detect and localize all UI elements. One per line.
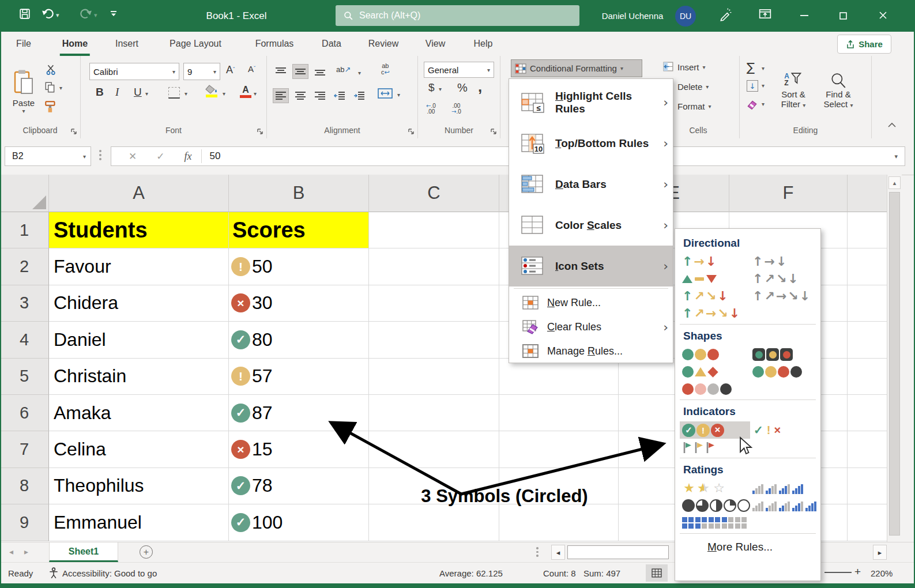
hscroll-left-icon[interactable]: ◂ — [551, 545, 565, 560]
cell-C5[interactable] — [369, 359, 499, 395]
borders-dropdown-icon[interactable]: ▾ — [184, 91, 187, 97]
row-header-3[interactable]: 3 — [0, 285, 49, 322]
autosum-dropdown-icon[interactable]: ▾ — [762, 65, 765, 71]
normal-view-button[interactable] — [646, 564, 668, 582]
merge-center-icon[interactable] — [378, 88, 393, 99]
close-button[interactable] — [879, 11, 887, 20]
fill-down-icon[interactable]: ↓ — [747, 80, 758, 92]
menu-item-color-scales[interactable]: Color Scales› — [509, 205, 673, 246]
font-dialog-launcher-icon[interactable] — [257, 128, 263, 135]
cell-G5[interactable] — [848, 359, 888, 395]
iconset-group-left[interactable] — [680, 439, 750, 456]
tab-insert[interactable]: Insert — [115, 32, 138, 56]
horizontal-scroll-thumb[interactable] — [567, 545, 669, 559]
font-size-select[interactable]: 9▾ — [183, 63, 220, 80]
iconset-group-left[interactable]: ↑↗→↘↓ — [680, 305, 750, 322]
accounting-format-icon[interactable]: $ — [428, 81, 435, 94]
save-icon[interactable] — [19, 8, 31, 20]
expand-formula-bar-icon[interactable]: ▾ — [894, 153, 898, 160]
iconset-group-left[interactable] — [680, 380, 750, 398]
fill-color-dropdown-icon[interactable]: ▾ — [223, 91, 225, 97]
decrease-decimal-icon[interactable]: .00→.0 — [451, 103, 461, 115]
iconset-group-left[interactable] — [680, 363, 750, 380]
comma-style-icon[interactable]: , — [478, 78, 482, 96]
align-right-button[interactable] — [312, 88, 328, 103]
autosum-icon[interactable]: ∑ — [747, 61, 755, 74]
underline-button[interactable]: U — [134, 86, 142, 99]
merge-center-dropdown-icon[interactable]: ▾ — [397, 92, 400, 98]
number-dialog-launcher-icon[interactable] — [490, 128, 497, 135]
iconset-group-right[interactable] — [750, 500, 818, 511]
accessibility-icon[interactable] — [48, 567, 59, 579]
cell-G6[interactable] — [848, 395, 888, 431]
column-header-partial[interactable] — [848, 175, 888, 212]
orientation-dropdown-icon[interactable]: ▾ — [358, 70, 361, 76]
tab-data[interactable]: Data — [322, 32, 341, 56]
font-color-dropdown-icon[interactable]: ▾ — [254, 91, 257, 97]
maximize-button[interactable] — [839, 12, 847, 20]
next-sheet-icon[interactable]: ▸ — [24, 547, 28, 556]
name-box[interactable]: B2 ▾ — [5, 146, 91, 166]
iconset-group-right[interactable] — [750, 483, 804, 494]
iconset-group-right[interactable]: ✓!× — [750, 424, 782, 436]
cell-B9[interactable]: ✓100 — [229, 504, 369, 541]
cell-G8[interactable] — [848, 468, 888, 504]
wrap-text-icon[interactable]: abc↩ — [381, 63, 390, 76]
cell-C9[interactable] — [369, 504, 499, 541]
tab-home[interactable]: Home — [62, 32, 88, 56]
cell-D9[interactable] — [499, 504, 619, 541]
tab-formulas[interactable]: Formulas — [255, 32, 294, 56]
italic-button[interactable]: I — [115, 86, 119, 99]
vertical-scrollbar[interactable]: ▴ ▾ — [887, 175, 902, 562]
cell-G2[interactable] — [848, 248, 888, 285]
decrease-font-size-icon[interactable]: Aˇ — [248, 64, 255, 74]
iconset-group-left[interactable]: ↑↗↘↓ — [680, 288, 750, 305]
cut-icon[interactable] — [45, 64, 58, 76]
menu-item-data-bars[interactable]: Data Bars› — [509, 164, 673, 205]
menu-item-more-rules[interactable]: More Rules... — [675, 536, 820, 559]
cell-B3[interactable]: ×30 — [229, 285, 369, 322]
increase-font-size-icon[interactable]: Aˆ — [226, 64, 235, 76]
align-left-button[interactable] — [273, 88, 289, 103]
cell-C6[interactable] — [369, 395, 499, 431]
tab-file[interactable]: File — [16, 32, 31, 56]
share-button[interactable]: Share — [837, 35, 891, 54]
row-header-4[interactable]: 4 — [0, 322, 49, 358]
zoom-slider[interactable] — [824, 572, 852, 573]
column-header-F[interactable]: F — [729, 175, 848, 212]
cell-C4[interactable] — [369, 322, 499, 358]
row-header-1[interactable]: 1 — [0, 212, 49, 248]
zoom-in-icon[interactable]: + — [854, 566, 861, 578]
cell-D7[interactable] — [499, 431, 619, 468]
font-color-icon[interactable]: A — [240, 85, 251, 98]
format-painter-icon[interactable] — [44, 100, 58, 114]
undo-icon[interactable] — [42, 8, 54, 20]
cell-A8[interactable]: Theophilus — [49, 468, 229, 504]
accessibility-status[interactable]: Accessibility: Good to go — [62, 568, 157, 578]
confirm-entry-icon[interactable]: ✓ — [156, 150, 164, 163]
minimize-button[interactable] — [800, 15, 808, 16]
cell-A3[interactable]: Chidera — [49, 285, 229, 322]
tab-help[interactable]: Help — [474, 32, 493, 56]
iconset-group-left[interactable]: ↑→↓ — [680, 253, 750, 270]
iconset-group-right[interactable] — [750, 366, 802, 378]
find-select-button[interactable]: Find & Select ▾ — [818, 61, 858, 120]
prev-sheet-icon[interactable]: ◂ — [9, 547, 13, 556]
row-header-9[interactable]: 9 — [0, 504, 49, 541]
increase-decimal-icon[interactable]: ←.0.00 — [426, 103, 436, 115]
row-header-2[interactable]: 2 — [0, 248, 49, 285]
iconset-row-ratings-2[interactable] — [675, 497, 820, 514]
iconset-row-ratings-3[interactable] — [675, 514, 820, 532]
bold-button[interactable]: B — [96, 86, 104, 99]
cell-A5[interactable]: Christain — [49, 359, 229, 395]
orientation-icon[interactable]: ab↗ — [336, 65, 351, 74]
iconset-group-left[interactable]: ★★★☆ — [680, 480, 750, 497]
cell-A2[interactable]: Favour — [49, 248, 229, 285]
tab-splitter-grip[interactable] — [536, 547, 539, 557]
collapse-ribbon-icon[interactable] — [888, 122, 896, 127]
iconset-group-right[interactable]: ↑↗↘↓ — [750, 273, 799, 285]
iconset-group-right[interactable]: ↑→↓ — [750, 255, 786, 268]
insert-function-icon[interactable]: fx — [184, 150, 192, 163]
cell-B2[interactable]: !50 — [229, 248, 369, 285]
iconset-group-left[interactable] — [680, 497, 750, 514]
